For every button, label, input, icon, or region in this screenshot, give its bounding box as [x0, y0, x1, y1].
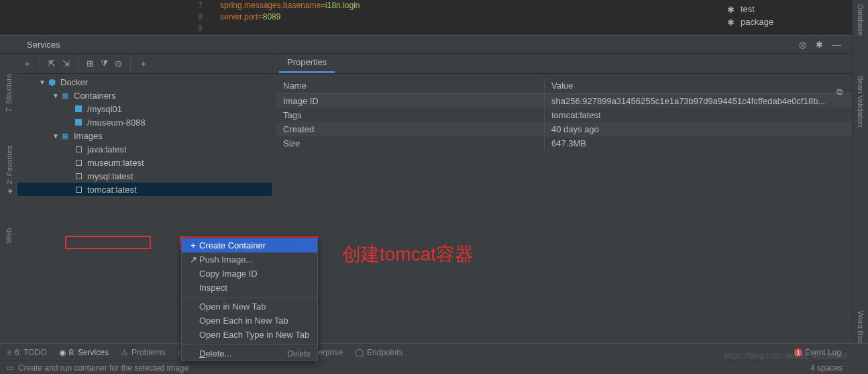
image-icon [74, 187, 83, 193]
gear-icon [727, 17, 737, 27]
gear-icon [727, 5, 737, 14]
tab-endpoints[interactable]: ◯Endpoints [355, 348, 402, 357]
image-icon [74, 146, 83, 152]
menu-separator [182, 344, 317, 344]
tab-services[interactable]: ◉8: Services [59, 348, 109, 357]
editor-code[interactable]: spring.messages.basename=i18n.login serv… [220, 0, 360, 23]
editor-area: 7 8 9 spring.messages.basename=i18n.logi… [0, 0, 868, 35]
collapse-icon[interactable]: ⇲ [62, 58, 70, 68]
line-number: 9 [188, 23, 203, 34]
tree-container-item[interactable]: /mysql01 [17, 102, 272, 115]
right-tool-rail: Database Bean Validation Word Book [852, 0, 868, 374]
rail-bean-validation[interactable]: Bean Validation [857, 76, 865, 127]
plus-icon: + [187, 240, 199, 250]
containers-icon: ▦ [60, 91, 70, 100]
run-config-item[interactable]: package [727, 15, 848, 28]
status-icon[interactable]: ▭ [7, 363, 14, 373]
rail-web[interactable]: Web [5, 228, 13, 243]
menu-create-container[interactable]: +Create Container [182, 238, 317, 252]
rail-structure[interactable]: 7: Structure [5, 74, 13, 112]
image-icon [74, 173, 83, 179]
target-icon[interactable]: ⊙ [115, 58, 122, 68]
target-icon[interactable]: ◎ [799, 40, 806, 50]
tree-image-item[interactable]: mysql:latest [17, 169, 272, 183]
images-icon: ▦ [60, 132, 70, 140]
properties-panel: Properties Name Value Image IDsha256:927… [272, 54, 868, 342]
table-row[interactable]: Tagstomcat:latest [276, 108, 864, 122]
status-text: Create and run container for the selecte… [18, 363, 188, 373]
menu-open-each-new-tab[interactable]: Open Each in New Tab [182, 314, 317, 328]
image-icon [74, 160, 83, 166]
line-number: 7 [188, 0, 203, 11]
left-tool-rail: 7: Structure ★ 2: Favorites Web [0, 54, 17, 342]
settings-icon[interactable]: ✱ [816, 40, 823, 50]
tree-image-item[interactable]: museum:latest [17, 156, 272, 169]
rail-database[interactable]: Database [857, 4, 865, 36]
services-tree[interactable]: ▼⬢Docker ▼▦Containers /mysql01 /museum-8… [17, 74, 272, 197]
tree-docker-root[interactable]: ▼⬢Docker [17, 75, 272, 89]
menu-open-each-type-new-tab[interactable]: Open Each Type in New Tab [182, 328, 317, 342]
container-icon [74, 105, 83, 112]
properties-header: Name Value [276, 78, 864, 94]
tree-container-item[interactable]: /museum-8088 [17, 115, 272, 129]
watermark: https://blog.csdn.net/qq_40298902 [724, 351, 848, 361]
properties-table: Name Value Image IDsha256:927899a3145625… [276, 78, 864, 150]
menu-copy-image-id[interactable]: Copy Image ID [182, 267, 317, 281]
context-menu: +Create Container ↗Push Image... Copy Im… [181, 238, 318, 361]
tree-image-item[interactable]: java:latest [17, 142, 272, 156]
push-icon: ↗ [187, 254, 199, 265]
container-icon [74, 119, 83, 126]
menu-push-image[interactable]: ↗Push Image... [182, 252, 317, 267]
col-value[interactable]: Value [545, 78, 864, 93]
menu-delete[interactable]: Delete...Delete [182, 346, 317, 361]
tree-toolbar: ＋ ⇱ ⇲ ⊞ ⧩ ⊙ ＋ [17, 54, 272, 74]
status-spaces[interactable]: 4 spaces [810, 363, 861, 373]
tree-images-node[interactable]: ▼▦Images [17, 129, 272, 142]
properties-tabs: Properties [272, 54, 868, 74]
tab-todo[interactable]: ≡6: TODO [7, 348, 47, 357]
tab-problems[interactable]: ⚠Problems [121, 348, 166, 357]
rail-word-book[interactable]: Word Book [857, 311, 865, 347]
group-icon[interactable]: ⊞ [87, 58, 94, 68]
services-title: Services [27, 40, 799, 50]
table-row[interactable]: Size647.3MB [276, 136, 864, 150]
new-icon[interactable]: ＋ [139, 58, 148, 70]
expand-icon[interactable]: ⇱ [48, 58, 56, 68]
col-name[interactable]: Name [276, 78, 545, 93]
copy-icon[interactable]: ⧉ [836, 87, 843, 97]
tree-containers-node[interactable]: ▼▦Containers [17, 89, 272, 102]
menu-inspect[interactable]: Inspect [182, 281, 317, 295]
minimize-icon[interactable]: — [832, 40, 841, 50]
tree-image-tomcat[interactable]: tomcat:latest [17, 183, 272, 196]
run-config-item[interactable]: test [727, 3, 848, 15]
status-bar: ▭ Create and run container for the selec… [0, 361, 868, 374]
line-number: 8 [188, 11, 203, 23]
run-config-panel: test package [727, 3, 848, 28]
table-row[interactable]: Image IDsha256:927899a31456255c1e1a73b97… [276, 94, 864, 108]
menu-open-new-tab[interactable]: Open in New Tab [182, 299, 317, 314]
menu-separator [182, 297, 317, 297]
rail-favorites[interactable]: ★ 2: Favorites [5, 146, 13, 195]
table-row[interactable]: Created40 days ago [276, 122, 864, 136]
tab-properties[interactable]: Properties [279, 53, 335, 73]
docker-icon: ⬢ [47, 77, 56, 87]
services-header: Services ◎ ✱ — [0, 35, 868, 54]
filter-icon[interactable]: ⧩ [101, 58, 108, 69]
editor-gutter: 7 8 9 [188, 0, 208, 34]
add-icon[interactable]: ＋ [23, 58, 32, 70]
